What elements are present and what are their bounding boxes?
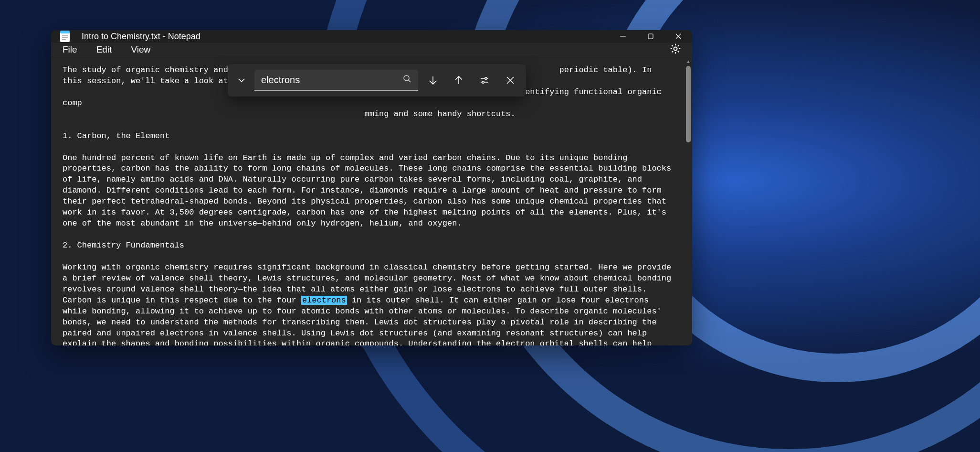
find-next-button[interactable] — [422, 69, 444, 91]
titlebar[interactable]: Intro to Chemistry.txt - Notepad — [51, 30, 692, 43]
maximize-button[interactable] — [637, 30, 664, 43]
text-content: The study of organic chemistry and l per… — [63, 65, 676, 345]
arrow-down-icon — [428, 75, 438, 86]
close-button[interactable] — [664, 30, 692, 43]
menu-edit[interactable]: Edit — [96, 44, 112, 55]
notepad-window: Intro to Chemistry.txt - Notepad File Ed… — [51, 30, 692, 345]
search-icon — [403, 75, 411, 83]
search-submit-button[interactable] — [403, 75, 411, 85]
svg-rect-0 — [60, 32, 70, 42]
minimize-button[interactable] — [609, 30, 637, 43]
find-options-button[interactable] — [474, 69, 495, 91]
arrow-up-icon — [453, 75, 464, 86]
search-input[interactable] — [261, 75, 403, 86]
search-box[interactable] — [254, 70, 418, 91]
svg-line-11 — [409, 80, 411, 83]
scroll-thumb[interactable] — [686, 66, 691, 142]
search-highlight: electrons — [301, 296, 347, 305]
svg-point-10 — [404, 75, 409, 81]
menu-file[interactable]: File — [63, 44, 77, 55]
find-bar — [228, 64, 526, 97]
gear-icon — [669, 43, 682, 55]
close-icon — [505, 75, 516, 86]
chevron-down-icon — [237, 76, 246, 85]
expand-replace-button[interactable] — [232, 71, 251, 89]
find-previous-button[interactable] — [448, 69, 470, 91]
editor-area: The study of organic chemistry and l per… — [51, 57, 692, 345]
settings-button[interactable] — [669, 43, 682, 57]
menubar: File Edit View — [51, 43, 692, 57]
notepad-app-icon — [60, 30, 70, 43]
svg-point-15 — [485, 77, 487, 79]
svg-rect-1 — [60, 31, 70, 33]
scroll-up-arrow[interactable]: ▲ — [685, 57, 692, 65]
svg-rect-6 — [648, 34, 653, 39]
vertical-scrollbar[interactable]: ▲ — [685, 57, 692, 345]
close-find-button[interactable] — [499, 69, 521, 91]
svg-point-9 — [674, 47, 677, 51]
window-controls — [609, 30, 692, 43]
window-title: Intro to Chemistry.txt - Notepad — [82, 32, 200, 42]
text-editor[interactable]: The study of organic chemistry and l per… — [51, 57, 685, 345]
svg-point-17 — [482, 81, 484, 83]
sliders-icon — [479, 75, 490, 86]
menu-view[interactable]: View — [131, 44, 150, 55]
